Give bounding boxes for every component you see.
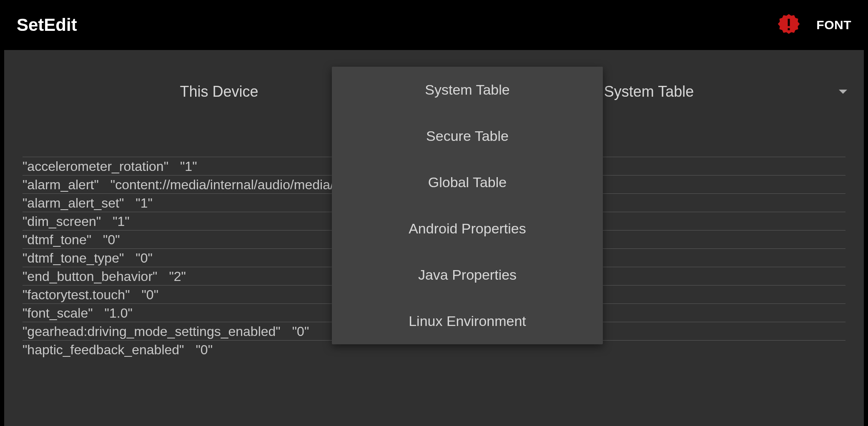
menu-item-secure-table[interactable]: Secure Table <box>332 113 603 159</box>
setting-key: "dtmf_tone_type" <box>23 251 124 266</box>
font-button[interactable]: FONT <box>816 18 851 32</box>
app-header: SetEdit FONT <box>0 0 868 50</box>
setting-key: "alarm_alert_set" <box>23 195 124 210</box>
menu-item-system-table[interactable]: System Table <box>332 67 603 113</box>
table-dropdown-label: System Table <box>604 83 694 100</box>
header-actions: FONT <box>776 13 851 38</box>
setting-key: "factorytest.touch" <box>23 287 130 302</box>
setting-key: "font_scale" <box>23 306 93 321</box>
setting-key: "haptic_feedback_enabled" <box>23 342 184 357</box>
setting-value: "2" <box>169 269 186 284</box>
setting-value: "0" <box>142 287 159 302</box>
menu-item-android-properties[interactable]: Android Properties <box>332 205 603 252</box>
svg-rect-0 <box>788 19 790 26</box>
setting-key: "gearhead:driving_mode_settings_enabled" <box>23 324 281 339</box>
setting-value: "1" <box>113 214 130 229</box>
chevron-down-icon <box>839 90 847 94</box>
app-title: SetEdit <box>17 15 77 35</box>
setting-value: "0" <box>103 232 120 247</box>
menu-item-global-table[interactable]: Global Table <box>332 159 603 205</box>
setting-value: "1.0" <box>105 306 133 321</box>
setting-value: "1" <box>135 195 153 210</box>
setting-value: "content://media/internal/audio/media/26… <box>110 177 370 192</box>
setting-key: "dim_screen" <box>23 214 101 229</box>
menu-item-java-properties[interactable]: Java Properties <box>332 252 603 298</box>
setting-value: "1" <box>180 159 197 174</box>
setting-key: "alarm_alert" <box>23 177 99 192</box>
device-dropdown-label: This Device <box>180 83 258 100</box>
content-panel: This Device System Table + Add new setti… <box>4 50 864 426</box>
table-dropdown-menu: System Table Secure Table Global Table A… <box>332 67 603 344</box>
setting-key: "end_button_behavior" <box>23 269 157 284</box>
menu-item-linux-environment[interactable]: Linux Environment <box>332 298 603 344</box>
svg-rect-1 <box>788 28 790 30</box>
setting-key: "dtmf_tone" <box>23 232 91 247</box>
setting-value: "0" <box>196 342 213 357</box>
setting-value: "0" <box>292 324 309 339</box>
setting-key: "accelerometer_rotation" <box>23 159 168 174</box>
alert-icon[interactable] <box>776 13 801 38</box>
setting-value: "0" <box>135 251 153 266</box>
